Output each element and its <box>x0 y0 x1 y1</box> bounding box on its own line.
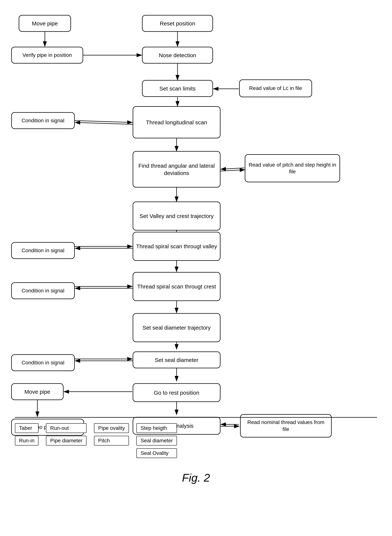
legend-pipe-diameter: Pipe diameter <box>46 436 87 446</box>
svg-line-12 <box>220 170 245 171</box>
go-to-rest-box: Go to rest position <box>133 383 220 402</box>
move-pipe-2-box: Move pipe <box>11 383 64 400</box>
legend-col-2: Run-out Pipe diameter <box>46 423 87 458</box>
set-seal-diameter-box: Set seal diameter <box>133 352 220 368</box>
svg-line-11 <box>221 168 244 169</box>
legend-run-out: Run-out <box>46 423 87 433</box>
thread-spiral-crest-box: Thread spiral scan througt crest <box>133 272 220 301</box>
read-lc-box: Read value of Lc in file <box>239 80 312 97</box>
set-valley-crest-box: Set Valley and crest trajectory <box>133 202 220 230</box>
svg-line-8 <box>75 121 132 122</box>
legend-seal-ovality: Seal Ovality <box>136 448 177 458</box>
move-pipe-box: Move pipe <box>19 15 71 32</box>
condition-signal-3-box: Condition in signal <box>11 282 75 299</box>
flowchart-diagram: Move pipe Reset position Verify pipe in … <box>0 0 392 495</box>
set-seal-diameter-traj-box: Set seal diameter trajectory <box>133 313 220 342</box>
reset-position-box: Reset position <box>142 15 213 32</box>
svg-line-9 <box>75 122 133 124</box>
legend-pipe-ovality: Pipe ovality <box>94 423 129 433</box>
legend-step-height: Step heigth <box>136 423 177 433</box>
condition-signal-1-box: Condition in signal <box>11 112 75 129</box>
thread-spiral-valley-box: Thread spiral scan througt valley <box>133 232 220 261</box>
legend-seal-diameter: Seal diameter <box>136 436 177 446</box>
thread-longitudinal-scan-box: Thread longitudinal scan <box>133 106 220 138</box>
legend-col-1: Taber Run-in <box>15 423 38 458</box>
read-pitch-step-box: Read value of pitch and step height in f… <box>245 154 340 182</box>
legend-area: Taber Run-in Run-out Pipe diameter Pipe … <box>15 417 377 458</box>
legend-pitch: Pitch <box>94 436 129 446</box>
figure-label: Fig. 2 <box>182 471 210 484</box>
find-thread-deviations-box: Find thread angular and lateral deviatio… <box>133 151 220 188</box>
verify-pipe-box: Verify pipe in position <box>11 47 83 64</box>
condition-signal-4-box: Condition in signal <box>11 354 75 371</box>
legend-col-3: Pipe ovality Pitch <box>94 423 129 458</box>
nose-detection-box: Nose detection <box>142 47 213 64</box>
legend-col-4: Step heigth Seal diameter Seal Ovality <box>136 423 177 458</box>
set-scan-limits-box: Set scan limits <box>142 80 213 97</box>
legend-taber: Taber <box>15 423 38 433</box>
legend-run-in: Run-in <box>15 436 38 446</box>
condition-signal-2-box: Condition in signal <box>11 242 75 259</box>
